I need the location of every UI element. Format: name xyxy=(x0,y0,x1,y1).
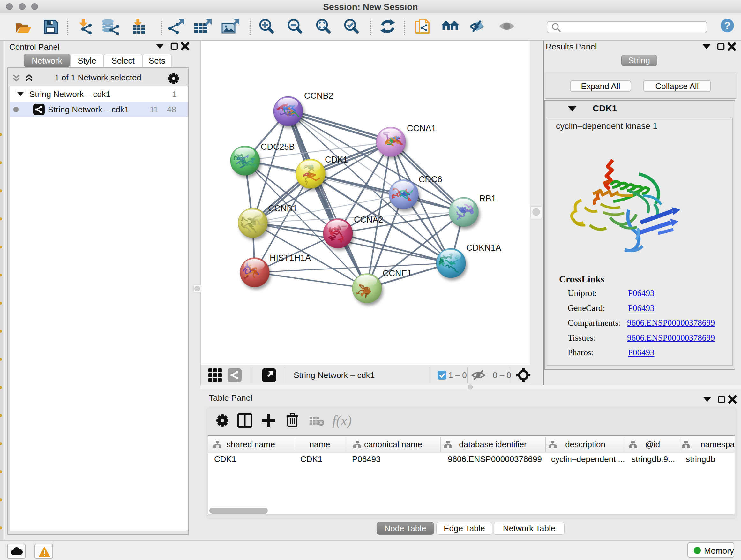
svg-text:CDKN1A: CDKN1A xyxy=(466,243,501,253)
svg-text:CCNA2: CCNA2 xyxy=(354,215,383,225)
svg-text:CDC6: CDC6 xyxy=(419,175,442,184)
svg-text:CDC25B: CDC25B xyxy=(261,142,295,152)
svg-text:?: ? xyxy=(724,20,731,31)
svg-text:CCNE1: CCNE1 xyxy=(383,268,412,278)
svg-text:CDK1: CDK1 xyxy=(325,155,348,165)
svg-text:HIST1H1A: HIST1H1A xyxy=(270,253,311,263)
svg-text:CCNB2: CCNB2 xyxy=(304,91,333,101)
svg-text:RB1: RB1 xyxy=(479,194,496,203)
svg-text:CCNA1: CCNA1 xyxy=(407,124,436,133)
svg-text:CCNB1: CCNB1 xyxy=(268,204,297,213)
